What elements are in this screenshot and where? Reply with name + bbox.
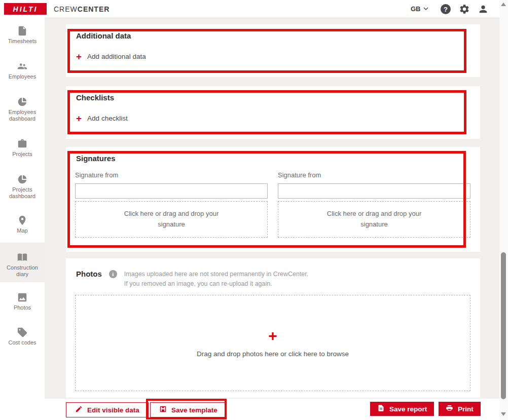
signature-columns: Signature from Click here or drag and dr… (75, 171, 470, 238)
save-report-button[interactable]: Save report (370, 402, 434, 416)
printer-icon (446, 404, 453, 413)
sidebar-item-cost-codes[interactable]: Cost codes (0, 327, 45, 346)
file-icon (0, 25, 45, 36)
main-content: Additional data + Add additional data Ch… (45, 18, 499, 399)
sidebar-item-label: Employees (9, 73, 36, 80)
info-glyph: i (112, 271, 114, 277)
pencil-icon (75, 405, 83, 414)
checklists-section: Checklists + Add checklist (66, 86, 480, 139)
sidebar-item-label: Construction diary (7, 264, 38, 277)
language-selector[interactable]: GB (411, 5, 430, 13)
document-icon (377, 404, 385, 413)
hilti-logo-text: HILTI (13, 5, 38, 13)
app-title-regular: CREW (54, 5, 78, 13)
signature-from-label: Signature from (75, 171, 268, 179)
gear-icon (459, 8, 470, 16)
hilti-logo: HILTI (4, 3, 47, 15)
account-button[interactable] (478, 4, 489, 15)
sidebar-item-projects-dashboard[interactable]: Projects dashboard (0, 174, 45, 200)
save-template-label: Save template (171, 406, 217, 414)
help-button[interactable]: ? (440, 4, 451, 15)
additional-data-section: Additional data + Add additional data (66, 24, 480, 77)
signatures-section: Signatures Signature from Click here or … (66, 147, 480, 252)
signature-from-input[interactable] (278, 183, 470, 199)
signature-dropzone-label: Click here or drag and drop your signatu… (315, 209, 434, 230)
person-icon (478, 8, 489, 16)
add-checklist-label: Add checklist (87, 114, 128, 122)
sidebar-item-employees-dashboard[interactable]: Employees dashboard (0, 96, 45, 122)
photos-dropzone-label: Drag and drop photos here or click here … (197, 350, 349, 358)
sidebar-nav: Timesheets Employees Employees dashboard… (0, 18, 45, 399)
signature-field-2: Signature from Click here or drag and dr… (278, 171, 470, 238)
section-title: Checklists (76, 93, 114, 102)
sidebar-item-timesheets[interactable]: Timesheets (0, 25, 45, 45)
app-title: CREWCENTER (54, 5, 110, 13)
vertical-scrollbar[interactable] (499, 0, 508, 420)
plus-icon: + (76, 113, 82, 123)
print-label: Print (458, 405, 474, 413)
signature-dropzone[interactable]: Click here or drag and drop your signatu… (75, 201, 268, 238)
photos-info-line2: If you removed an image, you can re-uplo… (124, 280, 272, 287)
header-divider (45, 18, 499, 18)
image-icon (0, 292, 45, 303)
sidebar-item-label: Timesheets (8, 38, 37, 44)
pie-chart-icon (0, 174, 45, 185)
top-header: HILTI CREWCENTER GB ? (0, 0, 499, 18)
sidebar-item-label: Projects (12, 151, 32, 157)
footer-bar: Edit visible data Save template Save rep… (0, 399, 499, 420)
people-icon (0, 61, 45, 72)
sidebar-item-photos[interactable]: Photos (0, 292, 45, 311)
signature-field-1: Signature from Click here or drag and dr… (75, 171, 268, 238)
section-title: Additional data (76, 31, 131, 40)
plus-icon: + (76, 52, 82, 61)
language-code: GB (411, 5, 421, 13)
edit-visible-data-label: Edit visible data (87, 406, 139, 414)
checklists-highlight-box (67, 90, 466, 134)
photos-info-text: Images uploaded here are not stored perm… (124, 270, 308, 289)
section-title: Photos (76, 270, 102, 278)
scroll-down-arrow-icon[interactable] (501, 412, 506, 416)
info-icon: i (109, 270, 117, 278)
photos-info-line1: Images uploaded here are not stored perm… (124, 271, 308, 278)
add-checklist-button[interactable]: + Add checklist (76, 113, 128, 123)
help-glyph: ? (444, 6, 448, 13)
photos-section: Photos i Images uploaded here are not st… (66, 258, 480, 398)
photos-dropzone[interactable]: + Drag and drop photos here or click her… (75, 295, 470, 391)
add-additional-data-label: Add additional data (87, 53, 146, 60)
save-template-button[interactable]: Save template (150, 402, 227, 417)
sidebar-item-employees[interactable]: Employees (0, 61, 45, 80)
scrollbar-thumb[interactable] (501, 252, 506, 399)
sidebar-item-projects[interactable]: Projects (0, 138, 45, 158)
app-title-bold: CENTER (78, 5, 110, 13)
sidebar-item-label: Cost codes (8, 339, 36, 346)
briefcase-icon (0, 138, 45, 149)
photos-header: Photos i Images uploaded here are not st… (76, 270, 308, 289)
sidebar-item-map[interactable]: Map (0, 215, 45, 234)
book-icon (0, 252, 45, 263)
sidebar-item-label: Employees dashboard (9, 109, 36, 122)
plus-icon: + (268, 328, 277, 343)
signature-from-input[interactable] (75, 183, 268, 199)
tag-icon (0, 327, 45, 338)
map-pin-icon (0, 215, 45, 226)
edit-visible-data-button[interactable]: Edit visible data (66, 402, 149, 417)
section-title: Signatures (76, 154, 116, 163)
sidebar-item-label: Projects dashboard (9, 186, 35, 199)
signature-dropzone-label: Click here or drag and drop your signatu… (112, 209, 231, 230)
pie-chart-icon (0, 96, 45, 107)
save-icon (159, 405, 167, 414)
help-icon: ? (441, 4, 451, 14)
settings-button[interactable] (459, 4, 470, 15)
scroll-up-arrow-icon[interactable] (501, 3, 506, 6)
chevron-down-icon (422, 5, 430, 13)
sidebar-item-construction-diary[interactable]: Construction diary (0, 243, 45, 282)
sidebar-item-label: Photos (14, 304, 31, 311)
signature-dropzone[interactable]: Click here or drag and drop your signatu… (278, 201, 470, 238)
signature-from-label: Signature from (278, 171, 470, 179)
sidebar-item-label: Map (17, 227, 27, 234)
add-additional-data-button[interactable]: + Add additional data (76, 52, 146, 61)
save-report-label: Save report (389, 405, 427, 413)
print-button[interactable]: Print (439, 402, 481, 416)
